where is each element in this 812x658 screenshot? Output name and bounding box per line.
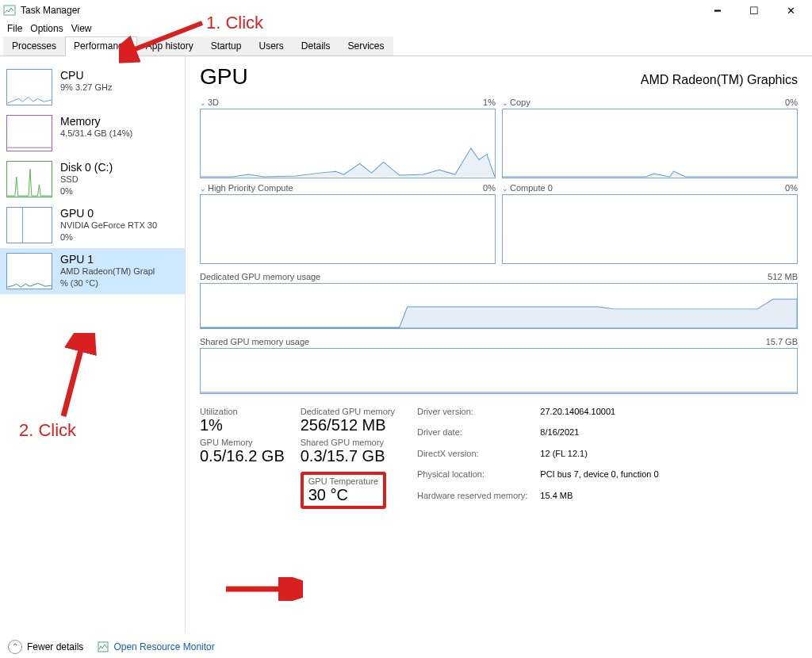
maximize-button[interactable]: ☐ [736,0,772,21]
footer: ⌃ Fewer details Open Resource Monitor [0,634,812,658]
graph-3d [200,109,496,178]
disk-sub2: 0% [60,186,178,197]
temp-label: GPU Temperature [308,476,378,486]
cpu-name: CPU [60,69,178,82]
utilization-label: Utilization [200,407,285,416]
menu-view[interactable]: View [67,23,96,34]
graph-dedicated-mem [200,283,798,329]
gpu0-sub1: NVIDIA GeForce RTX 30 [60,220,178,231]
tab-services[interactable]: Services [339,36,393,55]
sidebar-disk0[interactable]: Disk 0 (C:) SSD 0% [0,156,185,202]
graph-copy [502,109,798,178]
graph-3d-block: ⌄3D1% [200,98,496,178]
gpu0-sub2: 0% [60,231,178,243]
menu-options[interactable]: Options [26,23,67,34]
gpu0-thumb [6,207,52,243]
fewer-details-button[interactable]: ⌃ Fewer details [8,640,83,654]
tab-startup[interactable]: Startup [202,36,251,55]
disk-thumb [6,161,52,197]
close-button[interactable]: ✕ [772,0,809,21]
title-bar: Task Manager ━ ☐ ✕ [0,0,812,21]
main-panel: GPU AMD Radeon(TM) Graphics ⌄3D1% ⌄Copy0… [186,56,812,633]
sidebar-memory[interactable]: Memory 4.5/31.4 GB (14%) [0,110,185,156]
disk-name: Disk 0 (C:) [60,161,178,174]
graph-hpc-pct: 0% [483,183,496,193]
hw-reserved-k: Hardware reserved memory: [417,491,527,509]
task-manager-icon [3,4,16,17]
graph-shared-mem [200,348,798,394]
gpumem-value: 0.5/16.2 GB [200,447,285,465]
dedicated-value: 256/512 MB [301,416,395,434]
graph-hpc [200,194,496,264]
mem-shared-max: 15.7 GB [766,337,798,346]
graph-hpc-block: ⌄High Priority Compute0% [200,183,496,264]
menu-bar: File Options View [0,21,812,36]
hw-reserved-v: 15.4 MB [540,491,658,509]
mem-dedicated-label: Dedicated GPU memory usage [200,272,320,281]
mem-shared-label: Shared GPU memory usage [200,337,309,346]
menu-file[interactable]: File [3,23,26,34]
gpu1-name: GPU 1 [60,253,178,266]
svg-marker-1 [201,299,797,328]
resource-monitor-icon [98,641,109,652]
driver-date-k: Driver date: [417,427,527,446]
utilization-value: 1% [200,416,285,434]
graph-3d-label[interactable]: 3D [208,98,219,107]
tab-app-history[interactable]: App history [137,36,202,55]
mem-dedicated-max: 512 MB [768,272,798,281]
window-controls: ━ ☐ ✕ [699,0,809,21]
sidebar-gpu0[interactable]: GPU 0 NVIDIA GeForce RTX 30 0% [0,202,185,248]
temp-value: 30 °C [308,486,378,504]
window-title: Task Manager [21,5,699,16]
graph-hpc-label[interactable]: High Priority Compute [208,183,293,193]
memory-name: Memory [60,115,178,128]
memory-sub: 4.5/31.4 GB (14%) [60,128,178,140]
cpu-thumb [6,69,52,105]
graph-compute0 [502,194,798,264]
graph-compute0-label[interactable]: Compute 0 [510,183,553,193]
chevron-down-icon[interactable]: ⌄ [502,99,508,107]
main-title: GPU [200,64,248,90]
chevron-down-icon[interactable]: ⌄ [200,99,206,107]
memory-thumb [6,115,52,151]
sidebar-cpu[interactable]: CPU 9% 3.27 GHz [0,64,185,110]
dedicated-label: Dedicated GPU memory [301,407,395,416]
driver-version-v: 27.20.14064.10001 [540,407,658,425]
open-resource-monitor-label: Open Resource Monitor [113,641,214,652]
tab-processes[interactable]: Processes [3,36,65,55]
directx-k: DirectX version: [417,449,527,467]
gpu1-sub2: % (30 °C) [60,277,178,289]
open-resource-monitor-link[interactable]: Open Resource Monitor [98,641,214,652]
tab-details[interactable]: Details [293,36,339,55]
cpu-sub: 9% 3.27 GHz [60,82,178,94]
sidebar: CPU 9% 3.27 GHz Memory 4.5/31.4 GB (14%)… [0,56,186,633]
physical-v: PCI bus 7, device 0, function 0 [540,469,658,488]
tab-performance[interactable]: Performance [65,36,137,56]
chevron-down-icon[interactable]: ⌄ [502,185,508,193]
graph-copy-label[interactable]: Copy [510,98,530,107]
main-subtitle: AMD Radeon(TM) Graphics [641,73,798,87]
chevron-down-icon[interactable]: ⌄ [200,185,206,193]
driver-date-v: 8/16/2021 [540,427,658,446]
sidebar-gpu1[interactable]: GPU 1 AMD Radeon(TM) Grapl % (30 °C) [0,248,185,294]
graph-copy-pct: 0% [785,98,798,107]
graph-3d-pct: 1% [483,98,496,107]
gpu1-thumb [6,253,52,289]
chevron-up-circle-icon: ⌃ [8,640,22,654]
driver-version-k: Driver version: [417,407,527,425]
tabs-bar: Processes Performance App history Startu… [0,36,812,56]
graph-copy-block: ⌄Copy0% [502,98,798,178]
gpu1-sub1: AMD Radeon(TM) Grapl [60,266,178,277]
gpumem-label: GPU Memory [200,438,285,447]
fewer-details-label: Fewer details [27,641,83,652]
minimize-button[interactable]: ━ [699,0,736,21]
graph-compute0-pct: 0% [785,183,798,193]
graph-compute0-block: ⌄Compute 00% [502,183,798,264]
tab-users[interactable]: Users [250,36,292,55]
disk-sub1: SSD [60,174,178,186]
physical-k: Physical location: [417,469,527,488]
shared-value: 0.3/15.7 GB [301,447,395,465]
content-area: CPU 9% 3.27 GHz Memory 4.5/31.4 GB (14%)… [0,56,812,633]
shared-label: Shared GPU memory [301,438,395,447]
directx-v: 12 (FL 12.1) [540,449,658,467]
